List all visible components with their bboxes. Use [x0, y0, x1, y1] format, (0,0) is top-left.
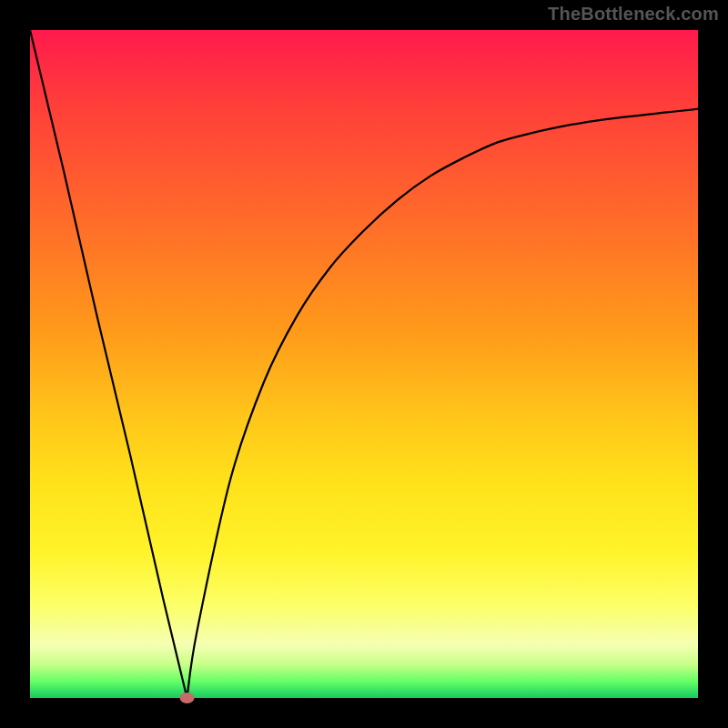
minimum-marker	[180, 693, 195, 703]
watermark-text: TheBottleneck.com	[548, 4, 719, 25]
bottleneck-curve	[30, 30, 698, 698]
plot-area	[30, 30, 698, 698]
curve-layer	[30, 30, 698, 698]
chart-frame: TheBottleneck.com	[0, 0, 728, 728]
